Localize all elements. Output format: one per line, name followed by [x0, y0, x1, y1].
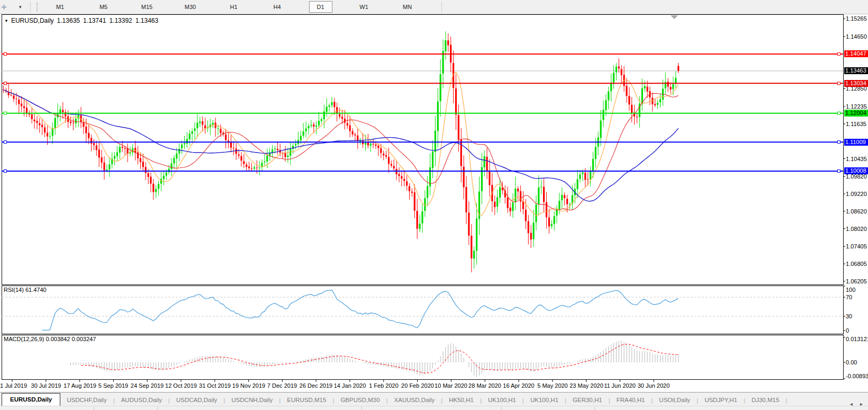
- timeframe-button-w1[interactable]: W1: [352, 1, 376, 13]
- level-price-box: 1.11009: [844, 139, 868, 146]
- chart-tab-xauusd-daily[interactable]: XAUUSD,Daily: [388, 395, 441, 406]
- chart-tab-usdchf-daily[interactable]: USDCHF,Daily: [60, 395, 113, 406]
- price-tick-label: 1.14650: [846, 33, 868, 40]
- price-tick-label: 1.06205: [846, 278, 868, 284]
- timeframe-button-h4[interactable]: H4: [266, 1, 289, 13]
- date-tick-label: 31 Oct 2019: [199, 382, 231, 389]
- chart-tab-usdcnh-daily[interactable]: USDCNH,Daily: [225, 395, 279, 406]
- price-tick-label: 1.08620: [846, 208, 868, 215]
- date-tick-label: 5 Sep 2019: [98, 382, 128, 389]
- date-tick-label: 19 Nov 2019: [232, 382, 265, 389]
- timeframe-button-d1[interactable]: D1: [309, 1, 332, 13]
- price-tick-label: 1.06805: [846, 261, 868, 267]
- chart-tab-eurusd-daily[interactable]: EURUSD,Daily: [2, 393, 60, 406]
- date-tick-label: 5 May 2020: [537, 382, 567, 389]
- price-tick-label: 1.08020: [846, 226, 868, 232]
- level-line-handle[interactable]: [838, 82, 840, 85]
- chart-tab-hk50-h1[interactable]: HK50,H1: [442, 395, 480, 406]
- rsi-tick-label: 30: [846, 313, 868, 319]
- macd-signal-line: [81, 344, 679, 373]
- price-tick-label: 1.11635: [846, 121, 868, 127]
- chart-tab-eurusd-m15[interactable]: EURUSD,M15: [281, 395, 332, 406]
- chart-tab-audusd-daily[interactable]: AUDUSD,Daily: [115, 395, 168, 406]
- ohlc-high: 1.13741: [83, 17, 106, 24]
- collapse-icon[interactable]: ▼: [4, 19, 8, 23]
- rsi-panel-border: [2, 286, 844, 334]
- crosshair-icon[interactable]: ✛: [1, 3, 12, 11]
- level-price-box: 1.12004: [844, 110, 868, 117]
- level-line-handle[interactable]: [4, 141, 7, 144]
- date-tick-label: 11 Jul 2019: [0, 382, 27, 389]
- level-price-box: 1.10008: [844, 167, 868, 174]
- chart-tab-usdjpy-h1[interactable]: USDJPY,H1: [698, 395, 744, 406]
- macd-label: MACD(12,26,9) 0.003842 0.003247: [4, 336, 96, 342]
- timeframe-button-m30[interactable]: M30: [179, 1, 202, 13]
- rsi-tick-label: 100: [846, 287, 868, 293]
- chart-symbol-label: EURUSD,Daily: [11, 17, 54, 24]
- timeframe-button-mn[interactable]: MN: [396, 1, 419, 13]
- date-tick-label: 26 Dec 2019: [300, 382, 332, 389]
- date-tick-label: 7 Dec 2019: [267, 382, 297, 389]
- level-line-handle[interactable]: [838, 141, 840, 144]
- date-tick-label: 23 May 2020: [569, 382, 603, 389]
- ma-fast-line[interactable]: [3, 72, 678, 215]
- timeframe-button-m5[interactable]: M5: [92, 1, 115, 13]
- dropdown-arrow-icon[interactable]: ▾: [19, 4, 22, 10]
- price-tick-label: 1.09220: [846, 191, 868, 197]
- date-tick-label: 14 Jan 2020: [334, 382, 366, 389]
- date-tick-label: 10 Mar 2020: [435, 382, 467, 389]
- macd-tick-label: -0.008933: [846, 373, 868, 379]
- level-line-handle[interactable]: [4, 170, 7, 172]
- ohlc-low: 1.13392: [109, 17, 132, 24]
- date-tick-label: 11 Jun 2020: [604, 382, 636, 389]
- level-price-box: 1.13034: [844, 80, 868, 87]
- date-tick-label: 12 Oct 2019: [165, 382, 197, 389]
- timeframe-button-h1[interactable]: H1: [222, 1, 246, 13]
- level-line-handle[interactable]: [838, 52, 840, 55]
- status-divider: [361, 407, 362, 410]
- status-divider: [594, 407, 595, 410]
- date-tick-label: 1 Feb 2020: [369, 382, 399, 389]
- status-bar: [0, 406, 868, 410]
- timeframe-button-m1[interactable]: M1: [49, 1, 72, 13]
- chart-tab-uk100-h1[interactable]: UK100,H1: [524, 395, 565, 406]
- chart-tab-uk100-h1[interactable]: UK100,H1: [482, 395, 522, 406]
- chart-tab-usoil-daily[interactable]: USOil,Daily: [653, 395, 697, 406]
- level-line-handle[interactable]: [838, 170, 840, 172]
- chart-tab-fra40-h1[interactable]: FRA40,H1: [610, 395, 652, 406]
- price-chart[interactable]: [0, 14, 868, 391]
- ohlc-open: 1.13635: [57, 17, 80, 24]
- status-divider: [94, 407, 94, 410]
- rsi-tick-label: 0: [846, 327, 868, 334]
- toolbar-separator: [441, 2, 442, 12]
- ma-mid-line[interactable]: [3, 90, 678, 210]
- candles-layer[interactable]: [3, 31, 679, 272]
- rsi-label: RSI(14) 61.4740: [4, 287, 47, 293]
- chart-tab-ger30-h1[interactable]: GER30,H1: [566, 395, 609, 406]
- status-divider: [501, 407, 502, 410]
- ohlc-close: 1.13463: [135, 17, 158, 24]
- chart-shift-marker-icon[interactable]: [671, 15, 678, 19]
- level-line-handle[interactable]: [838, 112, 840, 114]
- price-tick-label: 1.07405: [846, 243, 868, 249]
- chart-tab-dj30-m15[interactable]: DJ30,M15: [745, 395, 785, 406]
- date-tick-label: 28 Mar 2020: [468, 382, 501, 389]
- price-tick-label: 1.12235: [846, 103, 868, 110]
- date-tick-label: 30 Jun 2020: [638, 382, 670, 389]
- rsi-line: [42, 290, 679, 330]
- level-line-handle[interactable]: [4, 82, 7, 85]
- level-line-handle[interactable]: [4, 52, 7, 55]
- bear-candle-wicks: [3, 33, 678, 272]
- timeframe-button-m15[interactable]: M15: [135, 1, 159, 13]
- price-tick-label: 1.10435: [846, 156, 868, 162]
- chart-tabs-bar: EURUSD,DailyUSDCHF,Daily|AUDUSD,Daily|US…: [0, 392, 868, 406]
- tab-separator: |: [785, 395, 787, 406]
- toolbar-drag-handle[interactable]: [37, 3, 39, 11]
- level-line-handle[interactable]: [4, 112, 7, 114]
- chart-tab-gbpusd-m30[interactable]: GBPUSD,M30: [334, 395, 386, 406]
- macd-tick-label: 0.00: [846, 359, 868, 366]
- chart-tab-usdcad-daily[interactable]: USDCAD,Daily: [170, 395, 223, 406]
- chart-window: ▼ EURUSD,Daily 1.13635 1.13741 1.13392 1…: [0, 14, 868, 391]
- date-tick-label: 24 Sep 2019: [131, 382, 164, 389]
- bull-candle-wicks: [50, 31, 675, 269]
